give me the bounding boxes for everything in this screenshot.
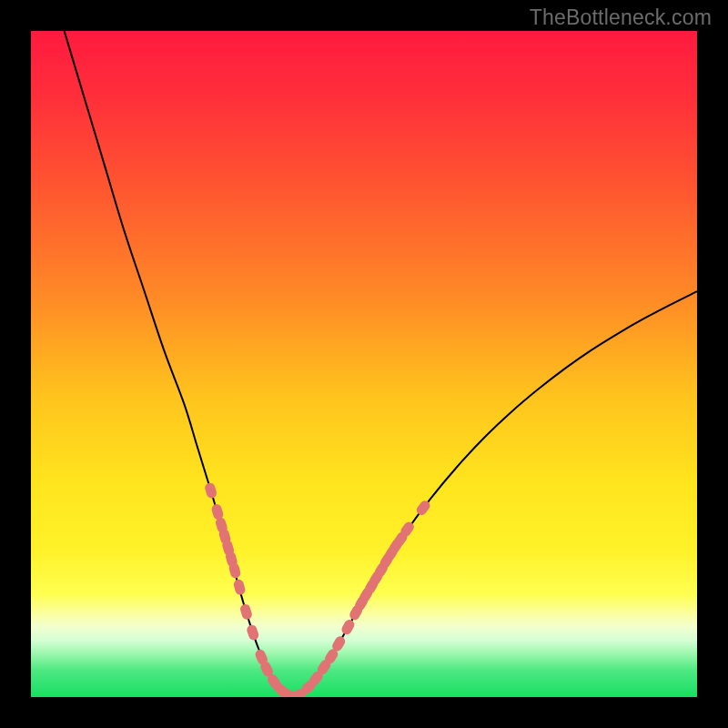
chart-frame — [0, 0, 728, 728]
marker-point — [239, 603, 253, 621]
watermark-text: TheBottleneck.com — [530, 5, 712, 30]
chart-svg — [31, 31, 697, 697]
marker-point — [339, 618, 356, 636]
marker-point — [204, 481, 217, 499]
bottleneck-curve — [65, 31, 697, 696]
plot-area — [31, 31, 697, 697]
marker-point — [233, 579, 247, 596]
highlighted-points — [204, 481, 432, 697]
marker-point — [246, 623, 260, 642]
